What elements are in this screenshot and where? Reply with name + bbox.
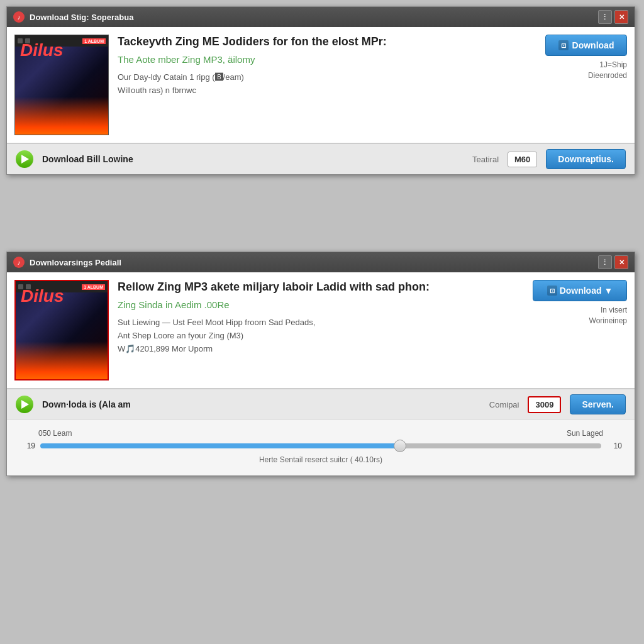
info-section-1: Tackeyvth Zing ME Jodiders for fon the e… (118, 35, 536, 97)
bottom-label-1: Teatiral (472, 155, 499, 164)
bottom-badge-2: 3009 (528, 396, 561, 413)
play-button-2[interactable] (16, 396, 33, 413)
album-tag-2: 1 ALBUM (82, 284, 105, 290)
close-button-1[interactable]: ✕ (614, 10, 628, 24)
title-bar-2: ♪ Downlovarsings Pediall ⋮ ✕ (7, 252, 635, 272)
details-2: Sut Liewing — Ust Feel Moot Hipp froorn … (118, 316, 524, 355)
status-text-1: 1J=Ship Dieenroded (588, 60, 627, 81)
action-section-1: ⊡ Download 1J=Ship Dieenroded (545, 35, 627, 81)
slider-num-left: 19 (19, 441, 35, 450)
dots-button-1[interactable]: ⋮ (598, 10, 612, 24)
window-title-1: Download Stig: Soperabua (30, 13, 598, 22)
window-icon-1: ♪ (13, 11, 25, 23)
album-city-2 (16, 341, 108, 379)
album-city-1 (15, 97, 108, 135)
slider-label-right: Sun Laged (567, 429, 603, 438)
bottom-action-btn-1[interactable]: Downraptius. (546, 149, 626, 169)
play-triangle-2 (21, 400, 29, 409)
close-button-2[interactable]: ✕ (614, 255, 628, 269)
content-area-2: 1 ALBUM Dilus Rellow Zing MP3 akete milj… (7, 272, 635, 389)
album-thumbnail-2: 1 ALBUM Dilus (14, 280, 109, 380)
action-section-2: ⊡ Download ▼ In visert Worineinep (533, 280, 627, 326)
bottom-badge-1: M60 (508, 152, 537, 167)
album-logo-2: Dilus (21, 286, 64, 306)
play-button-1[interactable] (16, 150, 33, 168)
detail-line-3: Sut Liewing — Ust Feel Moot Hipp froorn … (118, 316, 524, 330)
slider-caption: Herte Sentail reserct suitcr ( 40.10rs) (19, 455, 622, 464)
bottom-title-2: Down·loda is (Ala am (42, 399, 480, 409)
download-button-2[interactable]: ⊡ Download ▼ (533, 280, 627, 301)
slider-labels: 050 Leam Sun Laged (19, 429, 622, 438)
window-title-2: Downlovarsings Pediall (30, 258, 598, 267)
slider-num-right: 10 (606, 441, 622, 450)
slider-thumb[interactable] (394, 440, 406, 452)
album-thumbnail-1: 1 ALBUM Dilus (14, 35, 109, 135)
album-art-1: Dilus (15, 35, 108, 135)
main-title-1: Tackeyvth Zing ME Jodiders for fon the e… (118, 35, 536, 49)
window-controls-2: ⋮ ✕ (598, 255, 628, 269)
detail-line-1: Our Day-ldy Catain 1 ripg (🅱/eam) (118, 71, 536, 84)
sub-title-2: Zing Sinda in Aedim .00Re (118, 299, 524, 310)
bottom-label-2: Comipai (489, 400, 519, 409)
main-title-2: Rellow Zing MP3 akete miljary laboir Lad… (118, 280, 524, 294)
detail-line-5: W🎵4201,899 Mor Uporm (118, 343, 524, 356)
sub-title-1: The Aote mber Zing MP3, äilomy (118, 54, 536, 65)
info-section-2: Rellow Zing MP3 akete miljary laboir Lad… (118, 280, 524, 356)
download-icon-1: ⊡ (558, 40, 569, 50)
window-2: ♪ Downlovarsings Pediall ⋮ ✕ 1 ALBUM Dil… (6, 252, 635, 476)
window-controls-1: ⋮ ✕ (598, 10, 628, 24)
slider-track[interactable] (40, 443, 601, 448)
details-1: Our Day-ldy Catain 1 ripg (🅱/eam) Willou… (118, 71, 536, 97)
album-tag-1: 1 ALBUM (82, 38, 106, 44)
status-text-2: In visert Worineinep (589, 305, 627, 326)
content-area-1: 1 ALBUM Dilus Tackeyvth Zing ME Jodiders… (7, 27, 635, 143)
slider-label-left: 050 Leam (38, 429, 72, 438)
dots-button-2[interactable]: ⋮ (598, 255, 612, 269)
window-icon-2: ♪ (13, 257, 25, 268)
album-logo-1: Dilus (20, 40, 63, 60)
window-1: ♪ Download Stig: Soperabua ⋮ ✕ 1 ALBUM D… (6, 6, 635, 175)
bottom-bar-1: Download Bill Lowine Teatiral M60 Downra… (7, 143, 635, 174)
slider-area: 050 Leam Sun Laged 19 10 Herte Sentail r… (7, 419, 635, 475)
download-button-1[interactable]: ⊡ Download (545, 35, 627, 56)
download-icon-2: ⊡ (547, 286, 557, 296)
detail-line-2: Willouth ras) n fbrnwc (118, 84, 536, 97)
bottom-title-1: Download Bill Lowine (42, 154, 464, 164)
dropdown-arrow: ▼ (604, 286, 613, 296)
bottom-bar-2: Down·loda is (Ala am Comipai 3009 Serven… (7, 389, 635, 419)
slider-row: 19 10 (19, 441, 622, 450)
album-art-2: Dilus (16, 281, 108, 379)
bottom-action-btn-2[interactable]: Serven. (570, 394, 626, 414)
detail-line-4: Ant Shep Loore an fyour Zing (M3) (118, 330, 524, 343)
title-bar-1: ♪ Download Stig: Soperabua ⋮ ✕ (7, 7, 635, 27)
play-triangle-1 (21, 155, 29, 164)
